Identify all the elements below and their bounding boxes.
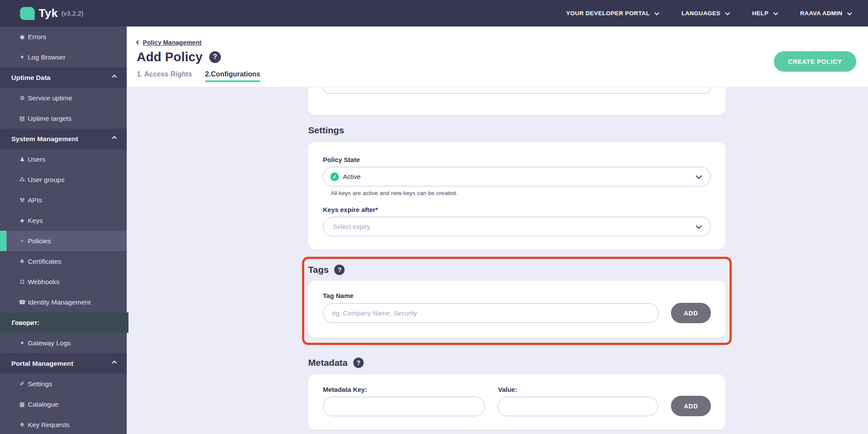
- bomb-icon: ◉: [19, 33, 26, 40]
- plug-icon: ♆: [19, 238, 26, 244]
- menu-label: LANGUAGES: [681, 10, 720, 17]
- sidebar-section-uptime-data[interactable]: Uptime Data: [0, 67, 127, 88]
- sidebar-item-catalogue[interactable]: ▦ Catalogue: [0, 394, 127, 414]
- sidebar-item-keys[interactable]: ♣ Keys: [0, 210, 127, 231]
- tags-section-heading: Tags ?: [308, 263, 726, 276]
- breadcrumb[interactable]: Policy Management: [137, 39, 201, 46]
- keys-expire-select[interactable]: Select expiry: [323, 217, 711, 236]
- tag-name-input[interactable]: [323, 303, 659, 323]
- bug-icon: ✶: [19, 340, 26, 346]
- tags-heading-label: Tags: [308, 265, 329, 275]
- tab-access-rights[interactable]: 1. Access Rights: [137, 70, 192, 82]
- tag-name-label: Tag Name: [323, 292, 711, 299]
- menu-developer-portal[interactable]: YOUR DEVELOPER PORTAL: [566, 10, 658, 17]
- chevron-down-icon: [773, 10, 778, 15]
- sidebar-item-gateway-logs[interactable]: ✶ Gateway Logs: [0, 333, 127, 353]
- sidebar-item-label: APIs: [28, 196, 42, 204]
- sidebar-item-log-browser[interactable]: ✶ Log Browser: [0, 47, 127, 67]
- metadata-key-input[interactable]: [323, 397, 485, 416]
- metadata-card: Metadata Key: Value: ADD: [308, 374, 726, 430]
- sidebar-item-label: Catalogue: [28, 401, 59, 408]
- topbar-menus: YOUR DEVELOPER PORTAL LANGUAGES HELP RAA…: [566, 10, 851, 17]
- sidebar-item-key-requests[interactable]: ❉ Key Requests: [0, 414, 127, 434]
- sidebar-item-users[interactable]: ♟ Users: [0, 149, 127, 169]
- active-check-icon: ✓: [330, 172, 339, 181]
- sidebar-section-portal-management[interactable]: Portal Management: [0, 353, 127, 374]
- partial-input-field[interactable]: [323, 87, 711, 94]
- gears-icon: ⚒: [19, 197, 26, 203]
- sidebar-item-user-groups[interactable]: ⁂ User groups: [0, 169, 127, 190]
- sidebar-item-label: Policies: [28, 237, 51, 245]
- sidebar-item-label: Gateway Logs: [28, 339, 71, 347]
- menu-user-account[interactable]: RAAVA ADMIN: [800, 10, 851, 17]
- sidebar-item-errors[interactable]: ◉ Errors: [0, 27, 127, 47]
- chevron-down-icon: [696, 172, 702, 179]
- sidebar-item-uptime-targets[interactable]: ▤ Uptime targets: [0, 108, 127, 129]
- sidebar-item-identity-management[interactable]: ☎ Identity Management: [0, 292, 127, 312]
- settings-section-heading: Settings: [308, 124, 726, 137]
- catalogue-icon: ▦: [19, 401, 26, 407]
- sidebar-section-system-management[interactable]: System Management: [0, 129, 127, 149]
- chevron-down-icon: [696, 222, 702, 229]
- product-name: Tyk: [39, 7, 58, 20]
- sidebar-item-apis[interactable]: ⚒ APIs: [0, 190, 127, 210]
- sidebar-item-label: Settings: [28, 380, 52, 388]
- speech-tooltip-overlay: Говорит:: [0, 312, 128, 333]
- sidebar-item-label: User groups: [28, 176, 64, 184]
- gauge-icon: ⚙: [19, 95, 26, 101]
- menu-label: RAAVA ADMIN: [800, 10, 842, 17]
- sidebar-section-label: Portal Management: [11, 360, 73, 368]
- chevron-down-icon: [654, 10, 659, 15]
- sidebar-item-settings[interactable]: ✐ Settings: [0, 374, 127, 394]
- sidebar-item-label: Errors: [28, 33, 46, 41]
- sidebar-item-certificates[interactable]: ✵ Certificates: [0, 251, 127, 272]
- help-icon[interactable]: ?: [209, 51, 221, 63]
- add-metadata-button[interactable]: ADD: [671, 396, 711, 416]
- certificate-icon: ✵: [19, 258, 26, 265]
- policy-state-label: Policy State: [323, 156, 711, 163]
- menu-help[interactable]: HELP: [752, 10, 777, 17]
- user-icon: ♟: [19, 156, 26, 162]
- main-area: Policy Management Add Policy ? 1. Access…: [127, 27, 868, 434]
- metadata-help-icon[interactable]: ?: [353, 358, 364, 368]
- create-policy-button[interactable]: CREATE POLICY: [774, 51, 856, 72]
- wrench-icon: ✐: [19, 381, 26, 387]
- sidebar-item-webhooks[interactable]: Ω Webhooks: [0, 272, 127, 292]
- policy-state-helper: All keys are active and new keys can be …: [331, 190, 711, 196]
- chevron-up-icon: [112, 360, 117, 365]
- tab-configurations[interactable]: 2.Configurations: [205, 70, 260, 82]
- tags-help-icon[interactable]: ?: [334, 265, 345, 275]
- add-tag-button[interactable]: ADD: [671, 303, 711, 323]
- speech-tooltip-text: Говорит:: [12, 319, 39, 326]
- policy-state-value: Active: [343, 173, 361, 180]
- list-icon: ▤: [19, 115, 26, 122]
- menu-languages[interactable]: LANGUAGES: [681, 10, 729, 17]
- chevron-up-icon: [112, 136, 117, 140]
- settings-card: Policy State ✓ Active All keys are activ…: [308, 142, 726, 249]
- metadata-section-heading: Metadata ?: [308, 356, 726, 369]
- page-title: Add Policy: [137, 50, 203, 64]
- sitemap-icon: ♣: [19, 217, 26, 224]
- sidebar-item-label: Keys: [28, 217, 43, 225]
- metadata-value-input[interactable]: [498, 397, 658, 416]
- sidebar-item-policies[interactable]: ♆ Policies: [0, 231, 127, 251]
- chevron-up-icon: [112, 74, 117, 79]
- version-label: (v3.2.2): [61, 10, 83, 17]
- keys-expire-label: Keys expire after*: [323, 206, 711, 213]
- tab-bar: 1. Access Rights 2.Configurations: [137, 70, 868, 82]
- tags-highlight-annotation: Tags ? Tag Name ADD: [302, 257, 732, 345]
- page-header: Policy Management Add Policy ? 1. Access…: [127, 27, 868, 87]
- policy-state-select[interactable]: ✓ Active: [323, 167, 711, 186]
- sidebar: ◉ Errors ✶ Log Browser Uptime Data ⚙ Ser…: [0, 27, 127, 434]
- bug-icon: ✶: [19, 54, 26, 60]
- tyk-logo: Tyk (v3.2.2): [20, 7, 83, 20]
- metadata-key-label: Metadata Key:: [323, 386, 485, 393]
- chevron-left-icon: [136, 40, 141, 45]
- metadata-heading-label: Metadata: [308, 358, 348, 368]
- keys-expire-placeholder: Select expiry: [330, 223, 370, 230]
- sidebar-item-label: Identity Management: [28, 298, 91, 306]
- topbar: Tyk (v3.2.2) YOUR DEVELOPER PORTAL LANGU…: [0, 0, 868, 27]
- sidebar-item-label: Webhooks: [28, 278, 59, 286]
- sidebar-section-label: System Management: [11, 135, 78, 143]
- sidebar-item-service-uptime[interactable]: ⚙ Service uptime: [0, 88, 127, 108]
